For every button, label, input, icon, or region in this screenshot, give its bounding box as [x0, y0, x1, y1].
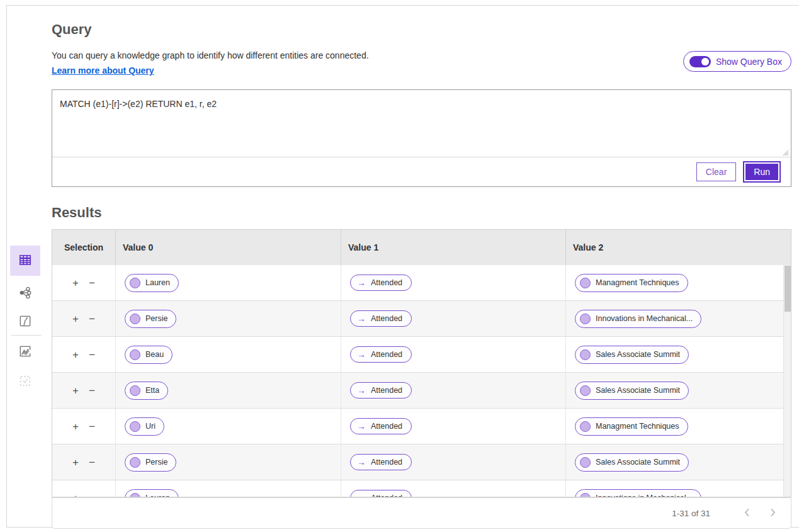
map-sketch-icon [18, 344, 32, 360]
run-button[interactable]: Run [744, 162, 779, 181]
entity-dot-icon [580, 278, 591, 288]
relationship-arrow-icon: → [357, 422, 366, 431]
entity-chip[interactable]: Sales Associate Summit [575, 453, 689, 472]
entity-chip[interactable]: Lauren [125, 274, 179, 292]
selection-cell: + − [52, 480, 116, 497]
relationship-chip[interactable]: → Attended [350, 418, 412, 434]
map-icon [18, 314, 32, 330]
add-to-map-button[interactable] [10, 337, 40, 367]
show-query-box-toggle[interactable]: Show Query Box [683, 51, 791, 72]
add-to-selection-button[interactable]: + [72, 314, 79, 324]
selection-cell: + − [52, 409, 116, 444]
relationship-chip[interactable]: → Attended [350, 274, 412, 291]
entity-chip[interactable]: Managment Techniques [575, 417, 688, 436]
entity-chip[interactable]: Etta [125, 382, 168, 400]
rail-divider [11, 335, 42, 336]
add-to-selection-button[interactable]: + [72, 278, 79, 288]
previous-page-button[interactable] [740, 506, 754, 521]
relationship-arrow-icon: → [357, 458, 366, 467]
entity-chip[interactable]: Managment Techniques [575, 274, 688, 292]
value1-cell: → Attended [341, 409, 566, 444]
learn-more-link[interactable]: Learn more about Query [52, 65, 154, 76]
relationship-chip[interactable]: → Attended [350, 310, 412, 327]
value2-cell: Innovations in Mechanical... [566, 301, 791, 336]
value2-cell: Sales Associate Summit [566, 373, 791, 408]
relationship-chip[interactable]: → Attended [350, 346, 412, 363]
value1-cell: → Attended [341, 480, 566, 497]
scrollbar-thumb[interactable] [785, 266, 791, 312]
view-link-chart-button[interactable] [10, 278, 40, 308]
entity-chip[interactable]: Sales Associate Summit [575, 382, 689, 400]
page-description: You can query a knowledge graph to ident… [52, 50, 791, 61]
next-page-button[interactable] [766, 506, 779, 521]
entity-dot-icon [580, 457, 591, 468]
add-to-selection-button[interactable]: + [72, 385, 79, 396]
add-to-selection-button[interactable]: + [72, 349, 79, 360]
table-body: + − Lauren → Attended Managment Techniqu… [52, 265, 791, 497]
add-to-selection-button[interactable]: + [72, 457, 79, 468]
table-row: + − Beau → Attended Sales Associate Summ… [52, 337, 791, 373]
query-input[interactable]: MATCH (e1)-[r]->(e2) RETURN e1, r, e2 [52, 90, 791, 157]
clear-button[interactable]: Clear [696, 162, 736, 181]
value2-cell: Sales Associate Summit [566, 444, 791, 480]
value1-cell: → Attended [341, 265, 566, 300]
resize-handle[interactable] [781, 147, 789, 155]
toggle-switch-icon[interactable] [689, 56, 711, 67]
remove-from-selection-button[interactable]: − [89, 385, 95, 396]
entity-chip[interactable]: Lauren [125, 489, 179, 497]
entity-dot-icon [130, 314, 140, 324]
selection-box-icon [18, 374, 32, 390]
results-table: Selection Value 0 Value 1 Value 2 + − La… [52, 229, 791, 497]
view-table-button[interactable] [10, 246, 40, 276]
entity-dot-icon [130, 385, 140, 396]
entity-dot-icon [580, 385, 591, 396]
relationship-arrow-icon: → [357, 494, 366, 497]
entity-chip[interactable]: Persie [125, 453, 176, 472]
selection-cell: + − [52, 337, 116, 372]
add-to-selection-button[interactable]: + [72, 421, 79, 432]
entity-chip[interactable]: Innovations in Mechanical... [575, 489, 701, 497]
entity-label: Managment Techniques [596, 422, 679, 431]
value0-cell: Beau [116, 337, 341, 372]
entity-label: Persie [145, 458, 167, 467]
remove-from-selection-button[interactable]: − [89, 457, 95, 468]
entity-label: Persie [145, 314, 167, 323]
view-map-button[interactable] [10, 307, 40, 337]
entity-dot-icon [130, 457, 140, 468]
entity-label: Innovations in Mechanical... [596, 314, 693, 323]
add-to-selection-button[interactable]: + [72, 493, 79, 497]
relationship-label: Attended [371, 350, 402, 359]
entity-chip[interactable]: Uri [125, 417, 164, 436]
entity-chip[interactable]: Sales Associate Summit [575, 346, 689, 364]
remove-from-selection-button[interactable]: − [89, 349, 95, 360]
relationship-label: Attended [371, 386, 402, 395]
table-row: + − Lauren → Attended Managment Techniqu… [52, 265, 791, 301]
remove-from-selection-button[interactable]: − [89, 421, 95, 432]
relationship-label: Attended [371, 278, 402, 287]
entity-chip[interactable]: Innovations in Mechanical... [575, 310, 701, 328]
relationship-arrow-icon: → [357, 350, 366, 359]
value2-cell: Managment Techniques [566, 409, 791, 444]
entity-label: Sales Associate Summit [596, 350, 680, 359]
remove-from-selection-button[interactable]: − [89, 493, 95, 497]
table-scrollbar[interactable] [783, 265, 791, 497]
relationship-chip[interactable]: → Attended [350, 382, 412, 399]
entity-label: Lauren [145, 278, 170, 287]
chevron-right-icon [770, 509, 776, 519]
relationship-chip[interactable]: → Attended [350, 490, 412, 497]
relationship-label: Attended [371, 422, 402, 431]
relationship-chip[interactable]: → Attended [350, 454, 412, 470]
remove-from-selection-button[interactable]: − [89, 278, 95, 288]
remove-from-selection-button[interactable]: − [89, 314, 95, 324]
selection-cell: + − [52, 444, 116, 480]
entity-chip[interactable]: Beau [125, 346, 173, 364]
entity-dot-icon [130, 421, 140, 432]
value1-cell: → Attended [341, 373, 566, 408]
relationship-label: Attended [371, 314, 402, 323]
value2-cell: Managment Techniques [566, 265, 791, 300]
column-header-value1: Value 1 [341, 230, 566, 265]
entity-dot-icon [580, 314, 591, 324]
query-page-panel: Query You can query a knowledge graph to… [6, 5, 799, 528]
entity-dot-icon [580, 421, 591, 432]
entity-chip[interactable]: Persie [125, 310, 176, 328]
